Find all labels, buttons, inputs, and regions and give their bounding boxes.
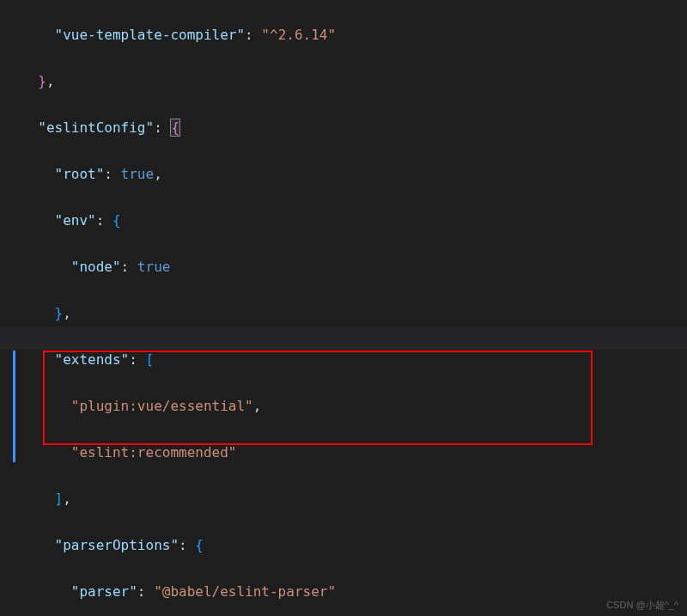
watermark: CSDN @小超^_^ [606,599,678,612]
json-key: "node" [71,259,121,275]
editor-gutter [0,0,17,616]
code-line: ], [21,487,687,510]
code-line: "eslintConfig": { [21,116,687,139]
json-key: "env" [55,212,96,229]
code-line: "parser": "@babel/eslint-parser" [21,580,687,603]
change-marker [13,351,15,462]
json-key: "vue-template-compiler" [55,27,246,43]
json-key: "eslintConfig" [38,119,154,136]
json-string: "^2.6.14" [261,27,336,43]
code-line: "eslint:recommended" [21,441,687,464]
code-line: }, [21,70,687,93]
code-line: }, [21,302,687,325]
code-line: "env": { [21,209,687,232]
json-boolean: true [137,259,171,275]
code-line: "node": true [21,255,687,278]
code-line: "parserOptions": { [21,534,687,557]
json-boolean: true [121,166,155,182]
code-line: "vue-template-compiler": "^2.6.14" [21,23,687,46]
json-string: "plugin:vue/essential" [71,398,253,414]
json-key: "parser" [71,583,137,600]
json-key: "parserOptions" [55,537,179,553]
code-editor[interactable]: "vue-template-compiler": "^2.6.14" }, "e… [0,0,687,616]
json-string: "eslint:recommended" [71,444,237,460]
code-line: "root": true, [21,162,687,186]
json-key: "root" [55,166,105,182]
code-line: "plugin:vue/essential", [21,394,687,418]
json-string: "@babel/eslint-parser" [154,583,336,600]
code-line: "extends": [ [21,348,687,371]
json-key: "extends" [55,351,130,368]
